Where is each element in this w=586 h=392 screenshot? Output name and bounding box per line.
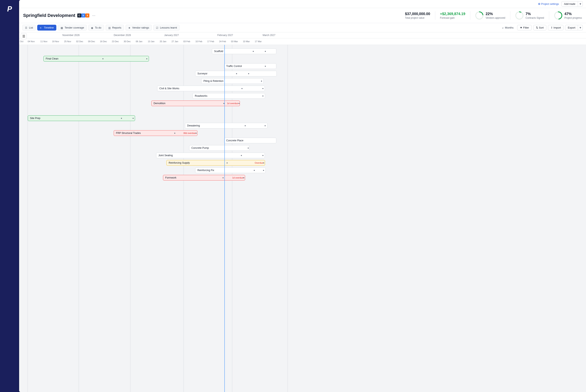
milestone-dot — [265, 51, 266, 52]
milestone-dot — [254, 170, 255, 171]
ring-chart-vendors — [475, 11, 484, 20]
bar-label: Concrete Pump — [191, 146, 209, 149]
timeline: ☰ November 2026December 2026January 2027… — [19, 32, 586, 392]
filter-button[interactable]: ▼Filter — [517, 25, 532, 30]
gantt-bar[interactable]: Concrete Place — [224, 138, 276, 143]
gantt-chart[interactable]: ScaffoldFinal CleanTraffic ControlSurvey… — [19, 45, 586, 392]
gantt-bar[interactable]: Piling & Retention — [201, 78, 264, 84]
tab-reports[interactable]: ▥Reports — [106, 25, 124, 30]
milestone-dot — [121, 118, 122, 119]
bar-label: Joint Sealing — [158, 154, 173, 157]
month-label: January 2027 — [164, 34, 179, 36]
milestone-dot — [241, 155, 242, 156]
overdue-tag: Overdue — [255, 162, 263, 164]
milestone-dot — [223, 177, 224, 178]
add-trade-dropdown[interactable]: ▾ — [578, 1, 583, 7]
export-dropdown[interactable]: ▾ — [578, 25, 583, 30]
tab-vendor[interactable]: ★Vendor ratings — [126, 25, 152, 30]
integration-badge[interactable]: C — [77, 14, 81, 18]
day-label: Oct — [20, 40, 23, 42]
month-gridline — [28, 45, 28, 392]
tab-list[interactable]: ☰List — [22, 25, 36, 30]
day-label: 09 Dec — [88, 40, 95, 42]
milestone-dot — [261, 80, 262, 82]
bar-label: Roadworks — [195, 94, 207, 97]
gantt-bar[interactable]: Civil & Site Works — [157, 86, 265, 91]
check-square-icon: ☑ — [156, 26, 159, 29]
panel-toggle-button[interactable]: ☰ — [21, 33, 27, 39]
milestone-dot — [102, 58, 103, 59]
more-icon[interactable]: ⋯ — [91, 14, 96, 18]
tab-timeline[interactable]: ≡Timeline — [37, 25, 56, 30]
gantt-bar[interactable]: Dewatering — [185, 123, 267, 128]
add-trade-button[interactable]: Add trade — [561, 1, 578, 7]
app-logo: P — [7, 5, 12, 392]
gantt-bar[interactable]: Demolition1d overdue — [151, 100, 240, 106]
day-label: 20 Jan — [160, 40, 166, 42]
milestone-dot — [243, 177, 244, 178]
tab-todo[interactable]: ◉To do — [88, 25, 104, 30]
export-button[interactable]: Export — [565, 25, 578, 30]
chevron-down-icon: ▾ — [579, 26, 581, 30]
overdue-tag: 30d overdue — [183, 132, 196, 134]
stat-vendors: 22% Vendors approved — [475, 11, 505, 20]
gantt-bar[interactable]: Concrete Pump — [189, 145, 249, 151]
month-label: December 2026 — [114, 34, 131, 36]
list-icon: ☰ — [25, 26, 28, 29]
project-title: Springfield Development — [23, 13, 75, 18]
gantt-bar[interactable]: Surveyor — [195, 71, 277, 76]
gantt-bar[interactable]: Joint Sealing — [156, 152, 265, 158]
bar-label: Concrete Place — [226, 139, 243, 142]
month-label: November 2026 — [62, 34, 80, 36]
gantt-bar[interactable]: Scaffold — [212, 48, 276, 54]
milestone-dot — [248, 73, 249, 74]
milestone-dot — [227, 162, 228, 164]
stat-total-label: Total project value — [405, 16, 430, 19]
stat-progress-label: Project progress — [564, 16, 582, 19]
milestone-dot — [262, 96, 263, 96]
zoom-months[interactable]: ⌕Months — [500, 25, 516, 30]
bar-label: Reinforcing Fix — [197, 169, 214, 172]
milestone-dot — [265, 125, 266, 126]
month-label: February 2027 — [217, 34, 233, 36]
stat-forecast-label: Forecast gain — [440, 16, 465, 19]
bar-label: Reinforcing Supply — [169, 162, 190, 164]
add-trade-split: Add trade ▾ — [561, 1, 583, 7]
gantt-bar[interactable]: Roadworks — [193, 93, 265, 99]
day-label: 25 Nov — [64, 40, 71, 42]
stat-contracts-label: Contracts Signed — [526, 16, 544, 19]
integration-badge[interactable]: V — [81, 14, 85, 18]
gantt-bar[interactable]: FRP Structural Trades30d overdue — [114, 130, 197, 136]
gantt-bar[interactable]: Final Clean — [44, 56, 149, 62]
day-label: 06 Jan — [136, 40, 142, 42]
day-label: 11 Nov — [41, 40, 48, 42]
stat-contracts-pct: 7% — [526, 12, 544, 16]
stat-contracts: 7% Contracts Signed — [515, 11, 544, 20]
panel-icon: ☰ — [22, 34, 25, 38]
tab-lessons[interactable]: ☑Lessons learnt — [153, 25, 180, 30]
gantt-bar[interactable]: Traffic Control — [224, 63, 276, 69]
milestone-dot — [133, 118, 134, 119]
gantt-bar[interactable]: Reinforcing SupplyOverdue — [166, 160, 265, 166]
day-label: 18 Nov — [52, 40, 59, 42]
stat-progress-pct: 47% — [564, 12, 582, 16]
gantt-bar[interactable]: Site Prep — [28, 116, 135, 121]
gantt-bar[interactable]: Formwork1d overdue — [163, 175, 245, 180]
bar-label: Formwork — [165, 176, 176, 179]
tab-tender[interactable]: ▦Tender coverage — [58, 25, 87, 30]
stat-progress: 47% Project progress — [554, 11, 582, 20]
sidebar: P — [0, 0, 19, 392]
month-gridline — [287, 45, 288, 392]
sort-button[interactable]: ⇅Sort — [533, 25, 546, 30]
import-button[interactable]: ⇧Import — [548, 25, 564, 30]
bar-label: Scaffold — [214, 50, 223, 53]
project-settings-link[interactable]: ✿ Project settings — [538, 2, 559, 6]
filter-icon: ▼ — [520, 26, 522, 29]
today-marker — [224, 45, 225, 392]
bar-label: Dewatering — [187, 124, 200, 127]
bar-label: Site Prep — [30, 117, 40, 120]
integration-badge[interactable]: X — [85, 14, 89, 18]
overdue-tag: 1d overdue — [227, 102, 238, 104]
timeline-icon: ≡ — [40, 26, 43, 29]
gantt-bar[interactable]: Reinforcing Fix — [195, 168, 266, 173]
